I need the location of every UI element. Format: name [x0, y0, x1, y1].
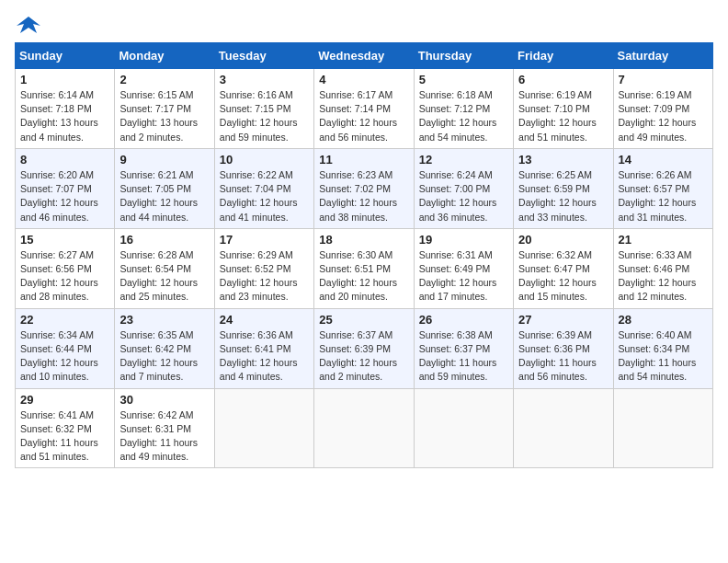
day-number: 26 [419, 313, 508, 327]
day-number: 17 [220, 233, 309, 247]
calendar-cell [514, 388, 613, 468]
day-number: 7 [619, 73, 708, 86]
calendar-week-row: 22Sunrise: 6:34 AMSunset: 6:44 PMDayligh… [16, 308, 713, 388]
day-info: Sunrise: 6:15 AMSunset: 7:17 PMDaylight:… [119, 88, 209, 144]
header-tuesday: Tuesday [214, 43, 313, 69]
calendar-cell [314, 388, 414, 468]
day-info: Sunrise: 6:19 AMSunset: 7:09 PMDaylight:… [619, 88, 708, 144]
svg-marker-0 [17, 17, 40, 33]
day-number: 30 [119, 393, 209, 407]
day-info: Sunrise: 6:21 AMSunset: 7:05 PMDaylight:… [119, 168, 209, 224]
day-info: Sunrise: 6:27 AMSunset: 6:56 PMDaylight:… [20, 248, 109, 304]
day-info: Sunrise: 6:41 AMSunset: 6:32 PMDaylight:… [20, 408, 109, 465]
header-wednesday: Wednesday [314, 43, 414, 69]
calendar-cell: 28Sunrise: 6:40 AMSunset: 6:34 PMDayligh… [613, 308, 712, 388]
day-info: Sunrise: 6:36 AMSunset: 6:41 PMDaylight:… [220, 328, 309, 385]
calendar-cell: 8Sunrise: 6:20 AMSunset: 7:07 PMDaylight… [16, 148, 115, 228]
day-number: 5 [419, 73, 508, 86]
calendar-cell: 10Sunrise: 6:22 AMSunset: 7:04 PMDayligh… [214, 148, 313, 228]
calendar-cell: 15Sunrise: 6:27 AMSunset: 6:56 PMDayligh… [16, 228, 115, 308]
calendar-cell [613, 388, 712, 468]
day-info: Sunrise: 6:34 AMSunset: 6:44 PMDaylight:… [20, 328, 109, 385]
calendar-cell: 2Sunrise: 6:15 AMSunset: 7:17 PMDaylight… [115, 69, 214, 149]
day-number: 11 [319, 153, 408, 167]
day-number: 24 [220, 313, 309, 327]
calendar-cell: 4Sunrise: 6:17 AMSunset: 7:14 PMDaylight… [314, 69, 414, 149]
day-info: Sunrise: 6:38 AMSunset: 6:37 PMDaylight:… [419, 328, 508, 385]
day-number: 4 [319, 73, 408, 86]
calendar-cell: 18Sunrise: 6:30 AMSunset: 6:51 PMDayligh… [314, 228, 414, 308]
day-info: Sunrise: 6:37 AMSunset: 6:39 PMDaylight:… [319, 328, 408, 385]
calendar-cell: 25Sunrise: 6:37 AMSunset: 6:39 PMDayligh… [314, 308, 414, 388]
calendar-cell: 23Sunrise: 6:35 AMSunset: 6:42 PMDayligh… [115, 308, 214, 388]
calendar-cell: 22Sunrise: 6:34 AMSunset: 6:44 PMDayligh… [16, 308, 115, 388]
calendar-cell: 16Sunrise: 6:28 AMSunset: 6:54 PMDayligh… [115, 228, 214, 308]
day-number: 28 [619, 313, 708, 327]
calendar-cell [214, 388, 313, 468]
calendar-week-row: 15Sunrise: 6:27 AMSunset: 6:56 PMDayligh… [16, 228, 713, 308]
calendar-cell: 17Sunrise: 6:29 AMSunset: 6:52 PMDayligh… [214, 228, 313, 308]
day-number: 10 [220, 153, 309, 167]
day-info: Sunrise: 6:23 AMSunset: 7:02 PMDaylight:… [319, 168, 408, 224]
calendar-cell [414, 388, 513, 468]
calendar-week-row: 8Sunrise: 6:20 AMSunset: 7:07 PMDaylight… [16, 148, 713, 228]
calendar-cell: 5Sunrise: 6:18 AMSunset: 7:12 PMDaylight… [414, 69, 513, 149]
day-info: Sunrise: 6:24 AMSunset: 7:00 PMDaylight:… [419, 168, 508, 224]
calendar-cell: 9Sunrise: 6:21 AMSunset: 7:05 PMDaylight… [115, 148, 214, 228]
day-info: Sunrise: 6:25 AMSunset: 6:59 PMDaylight:… [518, 168, 608, 224]
day-number: 29 [20, 393, 109, 407]
header-thursday: Thursday [414, 43, 513, 69]
day-number: 21 [619, 233, 708, 247]
day-info: Sunrise: 6:28 AMSunset: 6:54 PMDaylight:… [119, 248, 209, 304]
day-number: 22 [20, 313, 109, 327]
day-number: 12 [419, 153, 508, 167]
header [15, 15, 713, 31]
day-number: 1 [20, 73, 109, 86]
logo-bird-icon [17, 15, 40, 35]
header-monday: Monday [115, 43, 214, 69]
header-saturday: Saturday [613, 43, 712, 69]
calendar-week-row: 29Sunrise: 6:41 AMSunset: 6:32 PMDayligh… [16, 388, 713, 468]
calendar-cell: 26Sunrise: 6:38 AMSunset: 6:37 PMDayligh… [414, 308, 513, 388]
calendar-cell: 21Sunrise: 6:33 AMSunset: 6:46 PMDayligh… [613, 228, 712, 308]
calendar-cell: 7Sunrise: 6:19 AMSunset: 7:09 PMDaylight… [613, 69, 712, 149]
day-number: 9 [119, 153, 209, 167]
day-info: Sunrise: 6:40 AMSunset: 6:34 PMDaylight:… [619, 328, 708, 385]
day-number: 14 [619, 153, 708, 167]
day-number: 19 [419, 233, 508, 247]
calendar-week-row: 1Sunrise: 6:14 AMSunset: 7:18 PMDaylight… [16, 69, 713, 149]
day-number: 27 [518, 313, 608, 327]
day-number: 8 [20, 153, 109, 167]
day-info: Sunrise: 6:42 AMSunset: 6:31 PMDaylight:… [119, 408, 209, 465]
day-number: 18 [319, 233, 408, 247]
day-number: 25 [319, 313, 408, 327]
calendar-cell: 13Sunrise: 6:25 AMSunset: 6:59 PMDayligh… [514, 148, 613, 228]
day-number: 13 [518, 153, 608, 167]
day-info: Sunrise: 6:18 AMSunset: 7:12 PMDaylight:… [419, 88, 508, 144]
day-info: Sunrise: 6:31 AMSunset: 6:49 PMDaylight:… [419, 248, 508, 304]
calendar-cell: 24Sunrise: 6:36 AMSunset: 6:41 PMDayligh… [214, 308, 313, 388]
day-info: Sunrise: 6:32 AMSunset: 6:47 PMDaylight:… [518, 248, 608, 304]
day-info: Sunrise: 6:35 AMSunset: 6:42 PMDaylight:… [119, 328, 209, 385]
day-number: 15 [20, 233, 109, 247]
calendar-cell: 1Sunrise: 6:14 AMSunset: 7:18 PMDaylight… [16, 69, 115, 149]
day-info: Sunrise: 6:33 AMSunset: 6:46 PMDaylight:… [619, 248, 708, 304]
day-number: 16 [119, 233, 209, 247]
calendar-header-row: SundayMondayTuesdayWednesdayThursdayFrid… [16, 43, 713, 69]
calendar-cell: 19Sunrise: 6:31 AMSunset: 6:49 PMDayligh… [414, 228, 513, 308]
day-number: 6 [518, 73, 608, 86]
header-sunday: Sunday [16, 43, 115, 69]
calendar-cell: 3Sunrise: 6:16 AMSunset: 7:15 PMDaylight… [214, 69, 313, 149]
day-info: Sunrise: 6:17 AMSunset: 7:14 PMDaylight:… [319, 88, 408, 144]
calendar-cell: 30Sunrise: 6:42 AMSunset: 6:31 PMDayligh… [115, 388, 214, 468]
calendar-cell: 27Sunrise: 6:39 AMSunset: 6:36 PMDayligh… [514, 308, 613, 388]
day-info: Sunrise: 6:16 AMSunset: 7:15 PMDaylight:… [220, 88, 309, 144]
calendar-cell: 11Sunrise: 6:23 AMSunset: 7:02 PMDayligh… [314, 148, 414, 228]
day-info: Sunrise: 6:19 AMSunset: 7:10 PMDaylight:… [518, 88, 608, 144]
day-number: 20 [518, 233, 608, 247]
day-number: 2 [119, 73, 209, 86]
calendar-cell: 14Sunrise: 6:26 AMSunset: 6:57 PMDayligh… [613, 148, 712, 228]
calendar-cell: 20Sunrise: 6:32 AMSunset: 6:47 PMDayligh… [514, 228, 613, 308]
calendar-cell: 29Sunrise: 6:41 AMSunset: 6:32 PMDayligh… [16, 388, 115, 468]
day-info: Sunrise: 6:39 AMSunset: 6:36 PMDaylight:… [518, 328, 608, 385]
